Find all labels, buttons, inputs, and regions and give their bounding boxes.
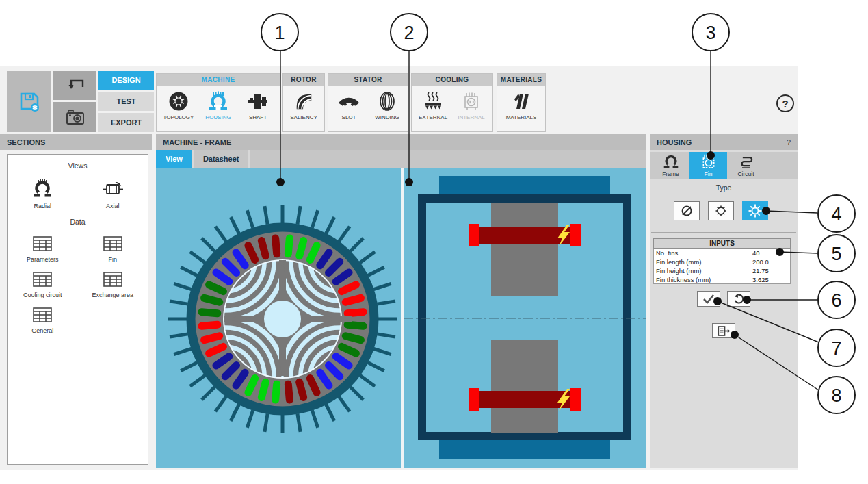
sections-item-label: Parameters <box>27 256 59 263</box>
toolbar-item-housing[interactable]: HOUSING <box>198 90 238 120</box>
winding-icon <box>377 90 397 112</box>
sections-item-label: Fin <box>108 256 117 263</box>
sections-item-parameters[interactable]: Parameters <box>8 234 78 263</box>
external-cooling-icon <box>423 90 443 112</box>
inputs-header: INPUTS <box>654 239 791 249</box>
apply-button[interactable] <box>697 291 720 307</box>
internal-cooling-icon <box>461 90 482 112</box>
table-row: Fin thickness (mm)3.625 <box>654 275 791 284</box>
sections-item-radial[interactable]: Radial <box>8 178 78 209</box>
group-cooling-header: COOLING <box>412 74 492 86</box>
main-panel-title: MACHINE - FRAME <box>163 138 231 147</box>
toolbar-item-label: SLOT <box>342 114 356 120</box>
group-rotor: ROTOR SALIENCY <box>282 73 325 132</box>
callout-6: 6 <box>818 281 855 318</box>
toolbar-item-topology[interactable]: TOPOLOGY <box>159 90 198 120</box>
radial-view-icon <box>31 178 54 200</box>
reset-button[interactable] <box>727 291 750 307</box>
housing-tab-fin[interactable]: Fin <box>689 152 727 179</box>
group-materials-header: MATERIALS <box>497 74 545 86</box>
help-icon: ? <box>776 94 795 113</box>
input-value-no-fins[interactable]: 40 <box>750 249 791 257</box>
callout-5: 5 <box>818 235 855 272</box>
housing-tab-circuit[interactable]: Circuit <box>727 152 765 179</box>
callout-7: 7 <box>818 329 855 366</box>
housing-help-button[interactable]: ? <box>787 138 791 147</box>
tab-design-label: DESIGN <box>111 76 140 84</box>
svg-text:1: 1 <box>274 23 285 43</box>
fin-icon <box>700 154 718 170</box>
sections-item-fin[interactable]: Fin <box>78 234 148 263</box>
radial-fins-icon <box>748 203 763 218</box>
sections-item-cooling-circuit[interactable]: Cooling circuit <box>8 270 78 298</box>
tab-datasheet[interactable]: Datasheet <box>194 150 250 168</box>
frame-icon <box>662 154 680 170</box>
main-panel-header: MACHINE - FRAME <box>156 134 646 150</box>
axial-view-icon <box>101 178 124 200</box>
check-icon <box>702 294 715 304</box>
table-row: No. fins40 <box>654 249 791 257</box>
input-value-fin-thickness[interactable]: 3.625 <box>750 275 791 284</box>
save-icon <box>17 89 42 114</box>
export-document-icon <box>717 325 731 337</box>
sections-panel: Views Radial Axial Data Parameters Fin <box>7 154 148 465</box>
input-label-no-fins: No. fins <box>654 249 750 257</box>
table-icon <box>31 234 53 253</box>
toolbar-item-label: EXTERNAL <box>419 114 447 120</box>
save-button[interactable] <box>7 71 51 132</box>
axial-view-canvas <box>404 168 646 468</box>
toolbar-item-saliency[interactable]: SALIENCY <box>284 90 324 120</box>
help-button[interactable]: ? <box>776 94 795 113</box>
table-row: Fin height (mm)21.75 <box>654 266 791 275</box>
tab-test[interactable]: TEST <box>98 92 154 111</box>
sections-item-axial[interactable]: Axial <box>78 178 148 209</box>
fin-type-none-button[interactable] <box>674 201 700 220</box>
tab-test-label: TEST <box>116 97 135 105</box>
sections-item-exchange-area[interactable]: Exchange area <box>78 270 148 298</box>
toolbar-item-winding[interactable]: WINDING <box>368 90 406 120</box>
toolbar-item-external[interactable]: EXTERNAL <box>414 90 452 120</box>
toolbar-item-materials[interactable]: MATERIALS <box>500 90 542 120</box>
views-divider: Views <box>13 162 142 170</box>
toolbar-item-label: SALIENCY <box>290 114 317 120</box>
type-divider: Type <box>651 183 796 192</box>
tab-export[interactable]: EXPORT <box>98 113 154 132</box>
no-fins-icon <box>680 204 694 218</box>
housing-tab-frame[interactable]: Frame <box>652 152 689 179</box>
input-label-fin-height: Fin height (mm) <box>654 266 750 275</box>
svg-text:2: 2 <box>404 23 414 43</box>
panel-divider <box>651 232 796 233</box>
fin-type-axial-button[interactable] <box>708 201 734 220</box>
callout-8: 8 <box>818 377 855 413</box>
camera-icon <box>65 108 86 126</box>
toolbar-item-shaft[interactable]: SHAFT <box>238 90 278 120</box>
toolbar-item-label: HOUSING <box>205 114 231 120</box>
housing-panel <box>650 150 798 468</box>
toolbar-item-slot[interactable]: SLOT <box>330 90 368 120</box>
housing-tab-strip: Frame Fin Circuit <box>650 152 798 179</box>
toolbar-item-label: MATERIALS <box>506 114 537 120</box>
housing-icon <box>208 90 228 112</box>
toolbar-item-internal[interactable]: INTERNAL <box>452 90 490 120</box>
table-icon <box>102 234 124 253</box>
svg-text:4: 4 <box>831 204 841 225</box>
sections-item-label: Exchange area <box>92 292 133 298</box>
fin-type-radial-button[interactable] <box>742 201 768 220</box>
sections-item-general[interactable]: General <box>8 305 78 334</box>
export-data-button[interactable] <box>712 323 735 338</box>
snapshot-button[interactable] <box>53 102 96 132</box>
back-button[interactable] <box>53 71 96 100</box>
tab-view[interactable]: View <box>156 150 194 168</box>
slot-icon <box>339 90 359 112</box>
svg-text:5: 5 <box>831 244 841 264</box>
tab-design[interactable]: DESIGN <box>98 71 154 90</box>
housing-tab-label: Circuit <box>737 170 754 177</box>
svg-text:7: 7 <box>831 338 841 359</box>
sections-item-label: Axial <box>106 203 120 209</box>
input-value-fin-height[interactable]: 21.75 <box>750 266 791 275</box>
callout-3: 3 <box>692 14 729 51</box>
input-value-fin-length[interactable]: 200.0 <box>750 257 791 266</box>
sections-item-label: General <box>31 327 53 334</box>
toolbar-item-label: TOPOLOGY <box>163 114 194 120</box>
undo-rotate-icon <box>733 293 745 305</box>
